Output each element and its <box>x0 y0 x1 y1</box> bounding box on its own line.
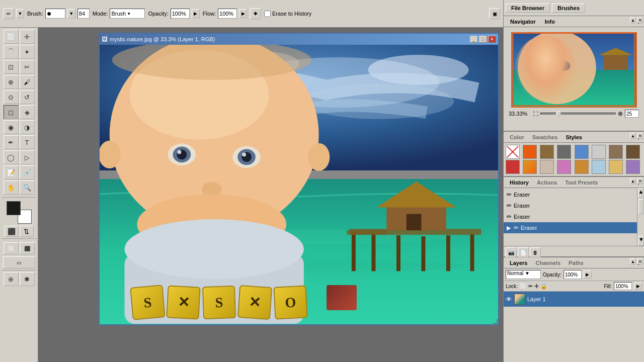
opacity-input[interactable]: 100% <box>171 9 190 19</box>
style-swatch-purple[interactable] <box>626 160 640 174</box>
new-snapshot-btn[interactable]: 📷 <box>506 247 517 257</box>
lock-transparent-btn[interactable]: ⬜ <box>520 283 527 290</box>
history-item-3[interactable]: ✏ Eraser <box>504 211 644 222</box>
style-swatch-none[interactable] <box>506 145 520 159</box>
history-item-1[interactable]: ✏ Eraser <box>504 189 644 200</box>
fill-tool[interactable]: ◈ <box>20 105 35 119</box>
options-btn[interactable]: ▣ <box>489 8 500 19</box>
switch-colors-btn[interactable]: ⇅ <box>20 226 34 237</box>
zoom-tool[interactable]: 🔍 <box>20 180 35 195</box>
hand-tool[interactable]: ✋ <box>4 180 19 195</box>
pen-tool[interactable]: ✒ <box>4 135 19 149</box>
layers-section-collapse[interactable]: ▲ <box>630 258 636 264</box>
foreground-color[interactable] <box>7 201 21 215</box>
navigator-tab[interactable]: Navigator <box>506 17 540 26</box>
style-swatch-blue[interactable] <box>575 145 589 159</box>
style-swatch-beige[interactable] <box>540 160 554 174</box>
history-item-4[interactable]: ▶ ✏ Eraser <box>504 222 644 233</box>
main-document-window[interactable]: 🖼 mystic-nature.jpg @ 33.3% (Layer 1, RG… <box>99 33 499 325</box>
extra-btn[interactable]: ✱ <box>20 272 35 286</box>
eyedropper-tool[interactable]: 💉 <box>20 165 35 179</box>
nav-section-close[interactable]: ✕ <box>637 17 643 23</box>
zoom-out-btn[interactable]: ⛶ <box>533 111 538 117</box>
zoom-in-btn[interactable]: ⊕ <box>618 110 623 117</box>
actions-tab[interactable]: Actions <box>533 178 561 187</box>
paths-tab[interactable]: Paths <box>565 259 588 267</box>
blend-mode-select[interactable]: Normal ▼ <box>506 270 541 279</box>
lock-paint-btn[interactable]: ✏ <box>528 283 533 290</box>
opacity-increment-btn[interactable]: ▶ <box>584 270 592 279</box>
flow-input[interactable]: 100% <box>218 9 237 19</box>
resize-handle[interactable] <box>492 318 498 324</box>
color-section-close[interactable]: ✕ <box>637 133 643 139</box>
layers-tab[interactable]: Layers <box>506 259 531 267</box>
default-colors-btn[interactable]: ⬛ <box>5 226 19 237</box>
fill-increment-btn[interactable]: ▶ <box>634 283 642 290</box>
history-scroll-down[interactable]: ▼ <box>638 236 644 246</box>
fill-input[interactable]: 100% <box>614 282 632 290</box>
brush-size-input[interactable]: 84 <box>77 9 90 19</box>
lock-all-btn[interactable]: 🔒 <box>540 283 547 290</box>
heal-tool[interactable]: ⊕ <box>4 75 19 89</box>
flow-arrow[interactable]: ▶ <box>239 9 247 18</box>
eraser-tool-icon[interactable]: ✏ <box>3 8 14 19</box>
style-swatch-dark-brown[interactable] <box>626 145 640 159</box>
style-swatch-red[interactable] <box>506 160 520 174</box>
new-document-btn[interactable]: 📄 <box>518 247 529 257</box>
screen-mode-btn[interactable]: ▭ <box>3 256 35 268</box>
style-swatch-gold[interactable] <box>575 160 589 174</box>
quick-mask-btn[interactable]: ⬛ <box>20 242 35 254</box>
opacity-arrow[interactable]: ▶ <box>192 9 200 18</box>
style-swatch-yellow[interactable] <box>609 160 623 174</box>
style-swatch-orange[interactable] <box>523 145 537 159</box>
tool-dropdown-arrow[interactable]: ▼ <box>16 9 24 18</box>
info-tab[interactable]: Info <box>540 17 559 26</box>
text-tool[interactable]: T <box>20 135 35 149</box>
style-swatch-gradient-orange[interactable] <box>523 160 537 174</box>
history-brush-tool[interactable]: ↺ <box>20 90 35 104</box>
maximize-btn[interactable]: □ <box>479 36 487 43</box>
brush-tool[interactable]: 🖌 <box>20 75 35 89</box>
eraser-tool[interactable]: ◻ <box>4 105 19 119</box>
history-scroll-thumb[interactable] <box>638 199 643 214</box>
erase-history-checkbox[interactable] <box>264 11 271 17</box>
layer-visibility-eye[interactable]: 👁 <box>506 296 512 303</box>
brush-preview[interactable]: ● <box>45 9 65 19</box>
history-section-close[interactable]: ✕ <box>637 178 643 184</box>
go-online-btn[interactable]: ⊕ <box>4 272 19 286</box>
delete-history-btn[interactable]: 🗑 <box>530 247 541 257</box>
brush-dropdown-arrow[interactable]: ▼ <box>67 9 75 18</box>
color-section-collapse[interactable]: ▲ <box>630 133 636 139</box>
blur-tool[interactable]: ◉ <box>4 120 19 134</box>
close-btn[interactable]: ✕ <box>488 36 496 43</box>
path-tool[interactable]: ▷ <box>20 150 35 164</box>
lock-move-btn[interactable]: ✛ <box>534 283 539 290</box>
nav-section-collapse[interactable]: ▲ <box>630 17 636 23</box>
style-swatch-light-gray[interactable] <box>592 145 606 159</box>
style-swatch-pink[interactable] <box>557 160 571 174</box>
style-swatch-gray[interactable] <box>557 145 571 159</box>
tool-presets-tab[interactable]: Tool Presets <box>561 178 602 187</box>
styles-tab[interactable]: Styles <box>561 133 586 141</box>
zoom-input[interactable]: 25 <box>625 110 639 118</box>
move-tool[interactable]: ✛ <box>20 30 35 44</box>
file-browser-tab[interactable]: File Browser <box>506 4 550 13</box>
style-swatch-light-blue[interactable] <box>592 160 606 174</box>
airbrush-btn[interactable]: ✦ <box>250 8 261 19</box>
magic-wand-tool[interactable]: ✦ <box>20 45 35 59</box>
dodge-tool[interactable]: ◑ <box>20 120 35 134</box>
zoom-slider[interactable] <box>540 113 616 115</box>
crop-tool[interactable]: ⊡ <box>4 60 19 74</box>
history-tab[interactable]: History <box>506 178 533 187</box>
notes-tool[interactable]: 📝 <box>4 165 19 179</box>
swatches-tab[interactable]: Swatches <box>528 133 562 141</box>
layer-opacity-input[interactable]: 100% <box>564 270 582 279</box>
standard-mode-btn[interactable]: ⬜ <box>4 242 19 254</box>
slice-tool[interactable]: ✂ <box>20 60 35 74</box>
channels-tab[interactable]: Channels <box>531 259 565 267</box>
history-item-2[interactable]: ✏ Eraser <box>504 200 644 211</box>
color-tab[interactable]: Color <box>506 133 528 141</box>
brushes-tab[interactable]: Brushes <box>552 4 585 13</box>
style-swatch-tan[interactable] <box>609 145 623 159</box>
minimize-btn[interactable]: _ <box>470 36 478 43</box>
